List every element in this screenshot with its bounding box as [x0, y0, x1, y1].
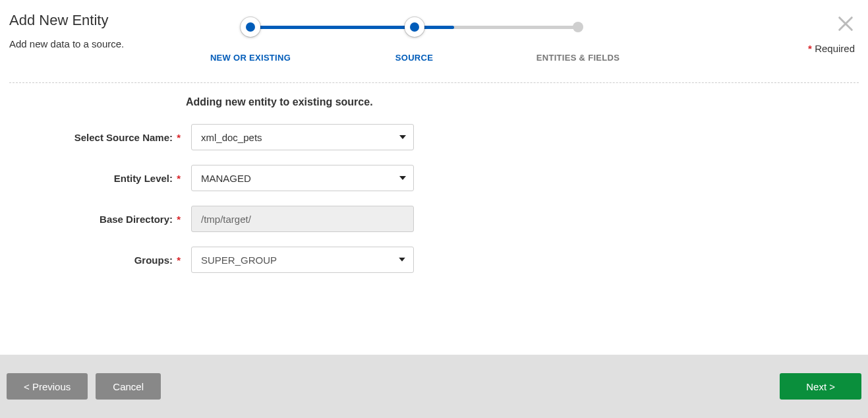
label-entity-level: Entity Level: * [9, 173, 182, 184]
step-dot [241, 17, 260, 37]
required-asterisk-icon: * [808, 43, 812, 54]
form-heading: Adding new entity to existing source. [186, 96, 859, 108]
row-groups: Groups: * SUPER_GROUP [9, 247, 859, 273]
footer-bar: < Previous Cancel Next > [0, 355, 868, 418]
row-entity-level: Entity Level: * MANAGED [9, 165, 859, 191]
form-area: Adding new entity to existing source. Se… [0, 83, 868, 273]
step-label: NEW OR EXISTING [185, 53, 316, 63]
previous-button[interactable]: < Previous [7, 373, 88, 400]
input-base-directory: /tmp/target/ [191, 206, 414, 232]
label-source-name: Select Source Name: * [9, 132, 182, 143]
step-dot [405, 17, 424, 37]
required-label: Required [815, 43, 855, 54]
step-label: SOURCE [349, 53, 480, 63]
stepper: NEW OR EXISTING SOURCE ENTITIES & FIELDS [211, 13, 618, 66]
step-entities-fields: ENTITIES & FIELDS [512, 13, 644, 63]
select-source-name[interactable]: xml_doc_pets [191, 124, 414, 150]
next-button[interactable]: Next > [780, 373, 861, 400]
cancel-button[interactable]: Cancel [96, 373, 161, 400]
row-source-name: Select Source Name: * xml_doc_pets [9, 124, 859, 150]
dialog-header: Add New Entity Add new data to a source.… [0, 0, 868, 49]
label-base-directory: Base Directory: * [9, 214, 182, 225]
step-source[interactable]: SOURCE [349, 13, 480, 63]
row-base-directory: Base Directory: * /tmp/target/ [9, 206, 859, 232]
select-groups[interactable]: SUPER_GROUP [191, 247, 414, 273]
required-note: * Required [808, 43, 855, 54]
step-dot [573, 22, 583, 32]
label-groups: Groups: * [9, 254, 182, 266]
step-new-or-existing[interactable]: NEW OR EXISTING [185, 13, 316, 63]
step-label: ENTITIES & FIELDS [512, 53, 644, 63]
close-icon[interactable] [836, 15, 855, 33]
select-entity-level[interactable]: MANAGED [191, 165, 414, 191]
